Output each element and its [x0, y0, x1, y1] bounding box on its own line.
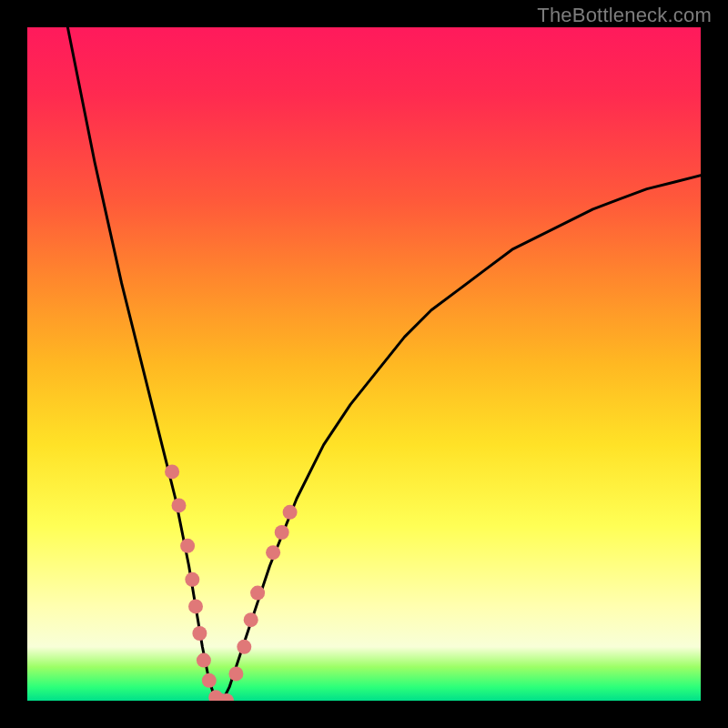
- curve-markers: [165, 464, 298, 701]
- bottleneck-curve: [67, 27, 701, 701]
- marker-dot: [283, 505, 298, 520]
- marker-dot: [180, 539, 195, 553]
- marker-dot: [202, 673, 217, 688]
- marker-dot: [188, 599, 203, 613]
- marker-dot: [192, 626, 207, 641]
- marker-dot: [208, 690, 223, 701]
- marker-dot: [214, 693, 228, 701]
- marker-dot: [219, 693, 234, 701]
- chart-svg: [27, 27, 701, 701]
- outer-frame: TheBottleneck.com: [0, 0, 728, 728]
- marker-dot: [228, 666, 243, 681]
- watermark-text: TheBottleneck.com: [537, 4, 712, 27]
- marker-dot: [250, 586, 265, 601]
- marker-dot: [266, 545, 280, 560]
- marker-dot: [172, 498, 187, 512]
- marker-dot: [237, 640, 251, 654]
- marker-dot: [185, 572, 199, 587]
- marker-dot: [165, 464, 179, 479]
- marker-dot: [275, 525, 289, 540]
- plot-area: [27, 27, 701, 701]
- marker-dot: [244, 612, 258, 627]
- marker-dot: [197, 653, 211, 668]
